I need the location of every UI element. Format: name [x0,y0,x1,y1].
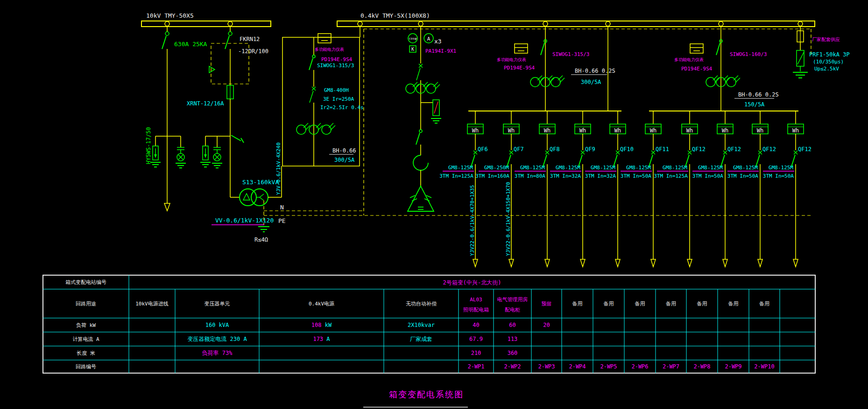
lv-incoming-panel: 多功能电力仪表 PD194E-9S4 SIWOG1-315/3 GM8-400H… [275,27,364,195]
table-header: 备用 [604,301,614,307]
breaker-frame-label: GM8-125M [556,165,580,171]
trip-coil-icon [413,155,428,170]
down-arrow-icon [545,259,550,267]
feeder-cable-label: YJV22-0.6/1kV-4X70+1X35 [469,185,475,256]
down-arrow-icon [615,259,620,267]
hv-incoming-branch: 630A 25KA [162,27,207,211]
switch-model-label: SIWOG1-315/3 [317,62,354,69]
meter-type-label: 多功能电力仪表 [497,57,526,62]
station-title: 2号箱变(中兴-北大街) [443,279,501,286]
meter-box-icon [515,44,528,53]
bus-tap-icon [543,21,548,26]
drawing-title: 箱变变配电系统图 [389,389,464,399]
arrester-arrow-icon [154,154,157,158]
feeder-circuit: WhQF6GM8-125M3TM In=125AYJV22-0.6/1kV-4X… [439,111,488,267]
ct-model-label: BH-0.66 [332,147,356,154]
breaker-icon [310,87,316,103]
table-cell: 2-WP6 [631,363,648,370]
breaker-frame-label: GM8-125M [626,165,651,171]
lv-bus-label: 0.4kV TMY-5X(100X8) [360,12,430,19]
feeder-circuit: WhQF11GM8-125M3TM In=50A [621,111,669,267]
meter-box-icon [318,34,331,43]
breaker-trip-label: 3TM In=32A [550,173,581,179]
down-arrow-icon [580,259,585,267]
panel-meter-model: PA194I-9X1 [425,48,456,54]
meter-multiplier-label: x3 [434,38,442,45]
riser-cable-label: YJV-0.6/1kV-4X240 [275,142,282,195]
neutral-cable-label: VV-0.6/1kV-1X120 [215,217,274,224]
switch-blade-icon [225,36,229,49]
breaker-trip-label: 3E Ir=250A [323,96,354,102]
spd-up-level: Up≤2.5kV [814,66,839,72]
ct-icon [426,82,440,93]
breaker-trip-label: 3TM In=50A [727,173,759,179]
interlock-arrow-icon [209,66,215,73]
qf-label: QF12 [727,146,741,153]
table-row-label: 回路用途 [76,301,96,307]
switch-pivot-icon [312,55,315,58]
spd-supply-note: 厂家配套供应 [812,37,840,42]
qf-label: QF12 [798,146,812,153]
table-row-label: 计算电流 A [72,336,99,342]
meter-box-icon [690,44,703,53]
table-cell: 厂家成套 [410,336,432,342]
table-cell: 2-WP8 [693,363,710,370]
qf-label: QF10 [620,146,634,153]
table-cell: 2-WP2 [504,363,521,370]
hv-bus-label: 10kV TMY-50X5 [146,12,194,19]
table-cell: 173 A [313,336,330,342]
fuse-switch-sub: -12DR/100 [238,48,268,55]
switch-blade-icon [541,43,544,55]
table-cell: 2-WP1 [467,363,484,370]
table-cell: 360 [508,350,518,356]
wh-meter-label: Wh [722,127,728,134]
table-row-label: 负荷 kW [76,322,96,328]
switch-model-label: SIWOG1-160/3 [730,51,767,57]
table-cell: 2-WP4 [569,363,586,370]
table-header: 预留 [542,301,552,307]
feeder-circuit: WhQF12GM8-125M3TM In=50A [727,111,776,267]
cad-canvas: 10kV TMY-50X5 630A 25KA FKRN12 -12DR/100… [0,0,868,409]
qf-label: QF8 [550,146,560,153]
table-header: 无功自动补偿 [406,301,437,307]
meter-model-label: PD194E-9S4 [504,65,535,71]
meter-model-label: PD194E-9S4 [321,56,353,62]
wh-meter-label: Wh [579,127,586,134]
lv-section: 0.4kV TMY-5X(100X8) [275,12,850,267]
switch-model-label: SIWOG1-315/3 [552,51,589,57]
switch-blade-icon [716,43,720,55]
hv-busbar [141,21,271,27]
ct-icon [727,76,740,87]
incoming-rating-label: 630A 25KA [174,41,207,48]
feeder-circuit: WhQF7GM8-250M3TM In=160AYJV22-0.6/1kV-4X… [475,111,524,267]
disconnect-switch-icon [165,32,169,35]
feeder-circuits: WhQF6GM8-125M3TM In=125AYJV22-0.6/1kV-4X… [439,111,812,267]
table-header: 备用 [635,301,645,307]
feeder-circuit: WhQF9GM8-125M3TM In=32A [550,111,595,267]
breaker-frame-label: GM8-250M [484,165,509,171]
breaker-frame-label: GM8-125M [733,165,758,171]
qf-label: QF12 [692,146,706,153]
transformer: S13-160kVA [230,166,282,206]
ground-icon [176,163,186,168]
cos-phi-label: cosφ [409,37,417,41]
bus-tap-icon [228,21,233,26]
breaker-frame-label: GM8-125M [591,165,615,171]
table-cell: 40 [473,322,479,328]
table-cell: 67.9 [469,336,483,342]
breaker-trip-label: 3TM In=125A [439,173,473,179]
spd-model: PRF1-50kA 3P [809,51,850,58]
table-cell: 2-WP5 [600,363,617,370]
switch-blade-icon [162,36,166,49]
down-arrow-icon [473,259,478,267]
ct-icon [551,76,565,87]
table-header: 备用 [666,301,676,307]
breaker-icon [416,64,423,80]
down-arrow-icon [651,259,656,267]
down-arrow-icon [793,259,798,267]
breaker-trip-label: 3TM In=50A [692,173,724,179]
table-header: 照明配电箱 [463,307,489,313]
ground-icon [150,162,161,167]
arrester-groups: HY5WS-17/50 [145,127,230,168]
breaker-trip-label: 3TM In=80A [515,173,546,179]
